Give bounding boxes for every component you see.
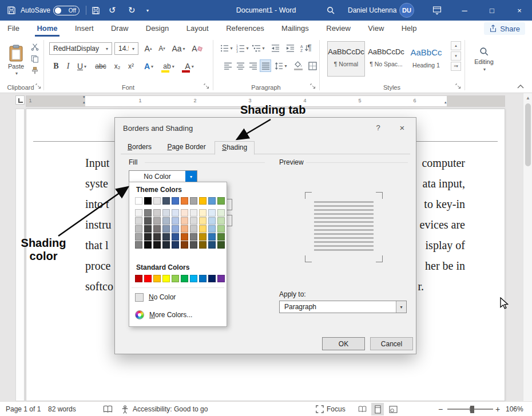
color-swatch[interactable] <box>172 217 179 225</box>
color-swatch[interactable] <box>199 275 207 282</box>
color-swatch[interactable] <box>144 241 152 249</box>
font-color-button[interactable]: A▾ <box>181 59 198 73</box>
color-swatch[interactable] <box>181 209 188 217</box>
color-swatch[interactable] <box>181 225 188 233</box>
apply-to-select[interactable]: Paragraph ▾ <box>279 301 407 313</box>
accessibility-icon[interactable] <box>121 402 129 416</box>
color-swatch[interactable] <box>217 209 225 217</box>
no-color-item[interactable]: No Color <box>129 290 227 305</box>
align-right-button[interactable] <box>247 59 259 72</box>
strikethrough-button[interactable]: abc <box>93 59 109 73</box>
page-indicator[interactable]: Page 1 of 1 <box>6 402 41 416</box>
tab-draw[interactable]: Draw <box>104 21 136 37</box>
italic-button[interactable]: I <box>63 59 73 73</box>
styles-scroll-up-icon[interactable]: ▴ <box>451 41 461 50</box>
color-swatch[interactable] <box>162 241 170 249</box>
print-layout-icon[interactable] <box>371 403 384 415</box>
tab-stop-selector[interactable] <box>15 95 25 105</box>
color-swatch[interactable] <box>172 233 179 241</box>
color-swatch[interactable] <box>181 233 188 241</box>
collapse-ribbon-icon[interactable] <box>517 85 524 89</box>
font-name-select[interactable]: RedHatDisplay▾ <box>49 42 112 55</box>
color-swatch[interactable] <box>181 275 188 282</box>
dialog-help-button[interactable]: ? <box>372 122 384 133</box>
color-swatch[interactable] <box>162 209 170 217</box>
read-mode-icon[interactable] <box>356 403 368 415</box>
minimize-button[interactable]: ─ <box>452 0 477 21</box>
color-swatch[interactable] <box>217 197 225 205</box>
autosave-toggle[interactable]: Off <box>53 0 80 21</box>
color-swatch[interactable] <box>199 197 207 205</box>
color-swatch[interactable] <box>199 225 207 233</box>
color-swatch[interactable] <box>162 233 170 241</box>
color-swatch[interactable] <box>162 275 170 282</box>
proofing-icon[interactable] <box>103 402 113 416</box>
color-swatch[interactable] <box>162 217 170 225</box>
scrollbar-thumb[interactable] <box>525 103 531 166</box>
color-swatch[interactable] <box>153 217 161 225</box>
save-icon[interactable] <box>7 0 16 21</box>
user-name[interactable]: Daniel Uchenna <box>348 0 396 21</box>
color-swatch[interactable] <box>199 241 207 249</box>
right-indent-marker[interactable]: ▴ <box>444 100 447 105</box>
font-size-select[interactable]: 14.5▾ <box>114 42 138 55</box>
color-swatch[interactable] <box>162 225 170 233</box>
color-swatch[interactable] <box>153 241 161 249</box>
zoom-out-icon[interactable]: − <box>438 402 443 416</box>
color-swatch[interactable] <box>208 233 216 241</box>
color-swatch[interactable] <box>162 197 170 205</box>
style-no-spacing[interactable]: AaBbCcDc ¶ No Spac... <box>367 41 405 77</box>
style-normal[interactable]: AaBbCcDc ¶ Normal <box>327 41 365 77</box>
styles-scroll-down-icon[interactable]: ▾ <box>451 51 461 61</box>
color-swatch[interactable] <box>208 217 216 225</box>
cut-button[interactable] <box>30 42 40 51</box>
fill-color-select[interactable]: No Color ▾ <box>129 170 197 183</box>
color-swatch[interactable] <box>135 209 142 217</box>
color-swatch[interactable] <box>172 225 179 233</box>
styles-dialog-launcher-icon[interactable] <box>455 83 462 90</box>
underline-button[interactable]: U▾ <box>74 59 89 73</box>
tab-view[interactable]: View <box>360 21 391 37</box>
tab-references[interactable]: References <box>219 21 271 37</box>
align-left-button[interactable] <box>222 59 233 72</box>
tab-help[interactable]: Help <box>394 21 424 37</box>
color-swatch[interactable] <box>135 241 142 249</box>
text-effects-button[interactable]: A▾ <box>141 59 157 73</box>
shading-button[interactable] <box>291 59 305 72</box>
color-swatch[interactable] <box>135 225 142 233</box>
color-swatch[interactable] <box>144 225 152 233</box>
color-swatch[interactable] <box>181 197 188 205</box>
web-layout-icon[interactable] <box>387 403 399 415</box>
tab-layout[interactable]: Layout <box>179 21 216 37</box>
grow-font-button[interactable]: A▴ <box>142 42 154 55</box>
word-count[interactable]: 82 words <box>48 402 76 416</box>
numbering-button[interactable]: 123▾ <box>236 42 249 54</box>
tab-page-border[interactable]: Page Border <box>160 141 212 154</box>
quick-access-chevron-icon[interactable]: ▾ <box>146 0 149 21</box>
color-swatch[interactable] <box>217 217 225 225</box>
tab-review[interactable]: Review <box>319 21 358 37</box>
color-swatch[interactable] <box>190 233 197 241</box>
increase-indent-button[interactable] <box>284 42 296 54</box>
color-swatch[interactable] <box>135 275 142 282</box>
color-swatch[interactable] <box>135 217 142 225</box>
patterns-color-combo-fragment[interactable] <box>227 215 232 226</box>
justify-button[interactable] <box>260 59 271 72</box>
search-icon[interactable] <box>326 0 335 21</box>
vertical-scrollbar[interactable]: ▲ <box>523 93 532 401</box>
format-painter-button[interactable] <box>30 66 40 75</box>
color-swatch[interactable] <box>217 241 225 249</box>
align-center-button[interactable] <box>235 59 246 72</box>
editing-button[interactable]: Editing ▾ <box>470 42 498 75</box>
color-swatch[interactable] <box>190 275 197 282</box>
font-dialog-launcher-icon[interactable] <box>204 83 211 90</box>
undo-icon[interactable]: ↺ <box>109 0 116 21</box>
color-swatch[interactable] <box>153 275 161 282</box>
color-swatch[interactable] <box>199 233 207 241</box>
close-button[interactable]: × <box>507 0 532 21</box>
ok-button[interactable]: OK <box>322 337 365 350</box>
maximize-button[interactable]: □ <box>479 0 505 21</box>
color-swatch[interactable] <box>208 225 216 233</box>
color-swatch[interactable] <box>153 225 161 233</box>
color-swatch[interactable] <box>144 217 152 225</box>
